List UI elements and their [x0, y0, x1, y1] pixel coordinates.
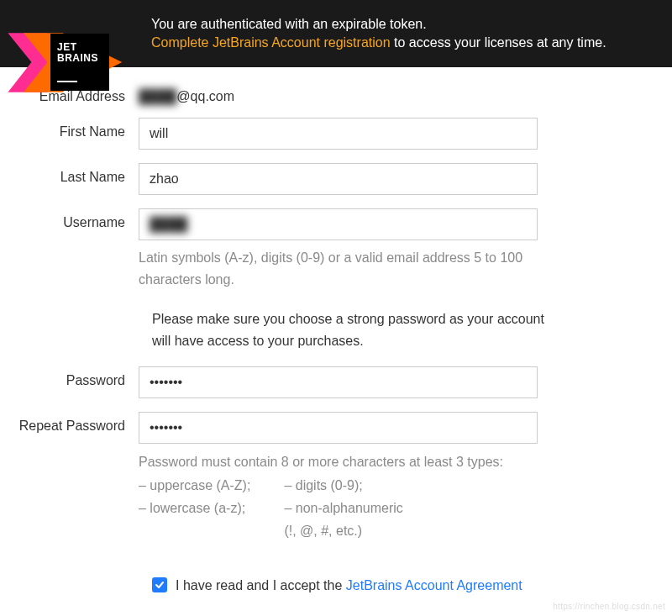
logo-underline-icon — [57, 81, 77, 82]
password-info: Please make sure you choose a strong pas… — [152, 308, 551, 351]
check-icon — [155, 580, 165, 590]
password-info-wrap: Please make sure you choose a strong pas… — [152, 308, 551, 351]
password-row: Password — [17, 366, 655, 398]
username-hint: Latin symbols (A-z), digits (0-9) or a v… — [139, 247, 538, 290]
last-name-input[interactable] — [139, 163, 538, 195]
username-masked: ████ — [150, 217, 187, 232]
repeat-password-input[interactable] — [139, 412, 538, 444]
repeat-password-row: Repeat Password Password must contain 8 … — [17, 412, 655, 542]
password-label: Password — [17, 366, 139, 388]
last-name-label: Last Name — [17, 163, 139, 185]
rule-uppercase: – uppercase (A-Z); — [139, 474, 250, 497]
auth-banner: JET BRAINS You are authenticated with an… — [0, 0, 672, 67]
username-input[interactable]: ████ — [139, 208, 538, 240]
banner-message: You are authenticated with an expirable … — [151, 15, 672, 53]
complete-registration-link[interactable]: Complete JetBrains Account registration — [151, 35, 391, 50]
rule-nonalpha-examples: (!, @, #, etc.) — [284, 519, 402, 542]
logo-text-line2: BRAINS — [57, 53, 98, 64]
banner-text-post: to access your licenses at any time. — [391, 35, 606, 50]
agreement-label: I have read and I accept the JetBrains A… — [176, 576, 522, 596]
email-value: ████@qq.com — [139, 82, 538, 104]
agreement-text-pre: I have read and I accept the — [176, 578, 346, 592]
banner-text-pre: You are authenticated with an expirable … — [151, 17, 427, 31]
username-label: Username — [17, 208, 139, 230]
password-rules-intro: Password must contain 8 or more characte… — [139, 450, 538, 473]
email-domain: @qq.com — [176, 89, 234, 103]
last-name-row: Last Name — [17, 163, 655, 195]
first-name-input[interactable] — [139, 118, 538, 150]
agreement-link[interactable]: JetBrains Account Agreement — [346, 578, 522, 592]
email-masked: ████ — [139, 89, 176, 103]
repeat-password-label: Repeat Password — [17, 412, 139, 434]
username-row: Username ████ Latin symbols (A-z), digit… — [17, 208, 655, 290]
logo-badge: JET BRAINS — [50, 34, 109, 91]
first-name-row: First Name — [17, 118, 655, 150]
rule-digits: – digits (0-9); — [284, 474, 402, 497]
first-name-label: First Name — [17, 118, 139, 140]
watermark: https://rinchen.blog.csdn.net — [553, 602, 665, 611]
rule-nonalpha: – non-alphanumeric — [284, 497, 402, 519]
agreement-row: I have read and I accept the JetBrains A… — [152, 576, 555, 596]
password-rules: Password must contain 8 or more characte… — [139, 450, 538, 542]
agreement-checkbox[interactable] — [152, 577, 167, 592]
password-input[interactable] — [139, 366, 538, 398]
registration-form: Email Address ████@qq.com First Name Las… — [0, 67, 672, 596]
rule-lowercase: – lowercase (a-z); — [139, 497, 250, 519]
